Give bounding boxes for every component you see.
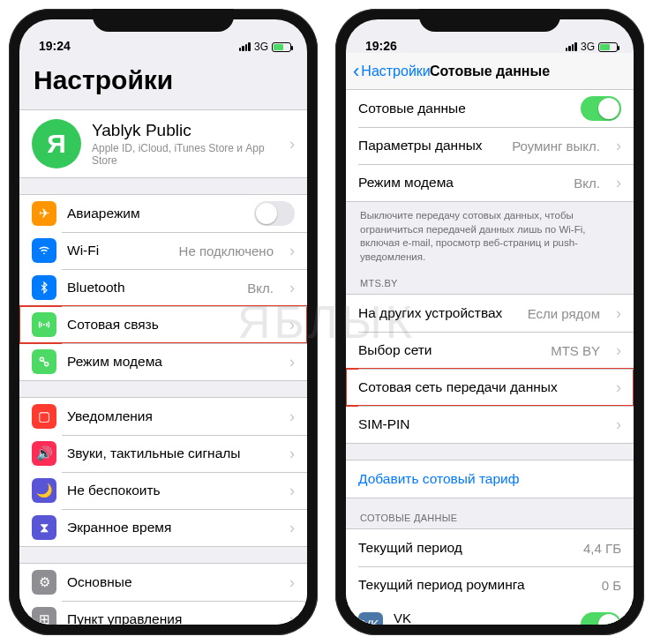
hotspot-icon [32, 349, 56, 374]
row-notifications[interactable]: ▢ Уведомления › [19, 398, 307, 435]
value: 0 Б [602, 578, 621, 593]
signal-icon [239, 42, 251, 51]
vk-switch[interactable] [581, 612, 621, 625]
notch [419, 9, 560, 32]
app-usage-vk[interactable]: VK VK 2,1 ГБ [346, 603, 634, 625]
value: 4,4 ГБ [583, 541, 621, 556]
label: Основные [67, 574, 274, 590]
chevron-left-icon: ‹ [353, 62, 359, 81]
chevron-right-icon: › [616, 416, 621, 434]
row-airplane[interactable]: ✈ Авиарежим [19, 195, 307, 232]
label: Добавить сотовый тариф [358, 471, 621, 487]
app-name: VK [394, 610, 570, 625]
chevron-right-icon: › [289, 135, 295, 154]
status-time: 19:26 [365, 39, 397, 53]
value: MTS BY [551, 343, 600, 358]
screentime-icon: ⧗ [32, 515, 56, 540]
row-dnd[interactable]: 🌙 Не беспокоить › [19, 472, 307, 509]
chevron-right-icon: › [289, 408, 295, 426]
value: Роуминг выкл. [512, 139, 600, 154]
row-hotspot[interactable]: Режим модема › [19, 343, 307, 380]
row-cellular[interactable]: Сотовая связь › [19, 306, 307, 343]
row-roaming-period[interactable]: Текущий период роуминга 0 Б [346, 566, 634, 603]
label: Bluetooth [67, 280, 236, 296]
profile-name: Yablyk Public [92, 121, 274, 140]
row-cellular-apn[interactable]: Сотовая сеть передачи данных › [346, 369, 634, 406]
control-center-icon: ⊞ [32, 607, 56, 625]
chevron-right-icon: › [616, 341, 621, 360]
chevron-right-icon: › [289, 519, 295, 537]
row-cellular-data[interactable]: Сотовые данные [346, 90, 634, 127]
label: Сотовая сеть передачи данных [358, 379, 600, 395]
chevron-right-icon: › [289, 316, 295, 334]
chevron-right-icon: › [616, 378, 621, 397]
label: Текущий период [358, 540, 573, 556]
label: Звуки, тактильные сигналы [67, 446, 274, 461]
profile-sub: Apple ID, iCloud, iTunes Store и App Sto… [92, 142, 274, 167]
label: Сотовые данные [358, 101, 570, 116]
row-current-period[interactable]: Текущий период 4,4 ГБ [346, 529, 634, 566]
battery-icon [272, 42, 291, 52]
airplane-icon: ✈ [32, 201, 56, 226]
label: На других устройствах [358, 305, 517, 321]
back-button[interactable]: ‹ Настройки [353, 62, 431, 81]
label: Уведомления [67, 408, 274, 424]
chevron-right-icon: › [289, 279, 295, 297]
footer-note: Выключите передачу сотовых данных, чтобы… [346, 202, 634, 264]
signal-icon [566, 42, 577, 51]
label: SIM-PIN [358, 416, 600, 432]
svg-point-0 [43, 252, 45, 254]
label: Пункт управления [67, 611, 274, 625]
avatar: Я [32, 119, 81, 168]
row-general[interactable]: ⚙ Основные › [19, 564, 307, 601]
chevron-right-icon: › [616, 174, 621, 192]
row-sim-pin[interactable]: SIM-PIN › [346, 406, 634, 443]
cellular-icon [32, 312, 56, 337]
label: Выбор сети [358, 342, 540, 358]
value: Вкл. [574, 176, 600, 191]
row-screentime[interactable]: ⧗ Экранное время › [19, 509, 307, 546]
carrier-header: MTS.BY [346, 264, 634, 294]
chevron-right-icon: › [289, 242, 295, 260]
label: Экранное время [67, 520, 274, 535]
row-wifi[interactable]: Wi-Fi Не подключено › [19, 232, 307, 269]
wifi-icon [32, 238, 56, 263]
cellular-data-switch[interactable] [581, 96, 621, 121]
row-data-options[interactable]: Параметры данных Роуминг выкл. › [346, 127, 634, 164]
apple-id-cell[interactable]: Я Yablyk Public Apple ID, iCloud, iTunes… [19, 110, 307, 177]
row-hotspot[interactable]: Режим модема Вкл. › [346, 164, 634, 201]
row-add-plan[interactable]: Добавить сотовый тариф [346, 461, 634, 498]
phone-left: 19:24 3G Настройки Я Yablyk Public Apple… [9, 9, 318, 635]
row-bluetooth[interactable]: Bluetooth Вкл. › [19, 269, 307, 306]
svg-point-1 [43, 324, 45, 326]
row-sounds[interactable]: 🔊 Звуки, тактильные сигналы › [19, 435, 307, 472]
row-control-center[interactable]: ⊞ Пункт управления › [19, 601, 307, 625]
label: Сотовая связь [67, 317, 274, 333]
notifications-icon: ▢ [32, 404, 56, 429]
battery-icon [598, 42, 618, 52]
label: Параметры данных [358, 138, 501, 154]
chevron-right-icon: › [616, 137, 621, 155]
row-other-devices[interactable]: На других устройствах Если рядом › [346, 295, 634, 332]
row-network-select[interactable]: Выбор сети MTS BY › [346, 332, 634, 369]
value: Если рядом [528, 306, 600, 321]
network-type: 3G [581, 41, 595, 53]
label: Режим модема [67, 354, 274, 370]
back-label: Настройки [361, 64, 430, 79]
label: Wi-Fi [67, 243, 169, 258]
airplane-switch[interactable] [254, 201, 295, 226]
chevron-right-icon: › [289, 482, 295, 500]
chevron-right-icon: › [289, 445, 295, 463]
phone-right: 19:26 3G ‹ Настройки Сотовые данные Сото… [335, 9, 644, 635]
chevron-right-icon: › [289, 353, 295, 371]
value: Не подключено [179, 243, 274, 258]
label: Режим модема [358, 175, 563, 191]
chevron-right-icon: › [289, 610, 295, 625]
nav-bar: ‹ Настройки Сотовые данные [346, 53, 634, 90]
notch [93, 9, 234, 32]
label: Авиарежим [67, 206, 244, 221]
usage-header: СОТОВЫЕ ДАННЫЕ [346, 498, 634, 528]
nav-title: Сотовые данные [430, 64, 550, 79]
vk-icon: VK [358, 612, 383, 625]
chevron-right-icon: › [616, 304, 621, 323]
